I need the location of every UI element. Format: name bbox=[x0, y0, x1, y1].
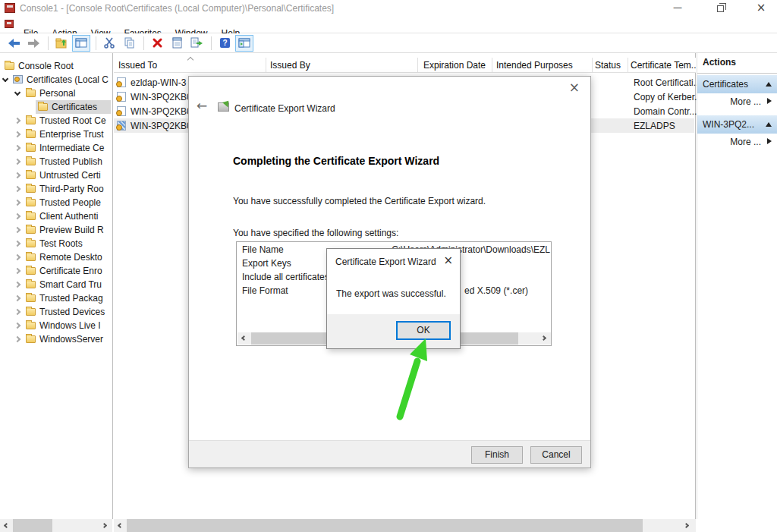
close-icon[interactable]: × bbox=[751, 1, 771, 13]
tree-item-certificates-selected[interactable]: Certificates bbox=[0, 100, 113, 114]
scroll-right-icon[interactable] bbox=[681, 519, 694, 532]
show-action-pane-icon[interactable] bbox=[235, 35, 253, 52]
chevron-right-icon[interactable] bbox=[14, 186, 20, 192]
chevron-right-icon[interactable] bbox=[14, 323, 20, 329]
chevron-right-icon[interactable] bbox=[14, 118, 20, 124]
tree-item[interactable]: Intermediate Ce bbox=[0, 141, 113, 155]
chevron-right-icon[interactable] bbox=[14, 336, 20, 342]
list-horizontal-scrollbar[interactable] bbox=[114, 519, 696, 532]
column-status[interactable]: Status bbox=[595, 60, 621, 71]
chevron-right-icon[interactable] bbox=[14, 200, 20, 206]
finish-button[interactable]: Finish bbox=[471, 446, 523, 464]
folder-icon bbox=[26, 199, 36, 206]
tree-item[interactable]: Trusted Packag bbox=[0, 291, 113, 305]
tree-item-personal[interactable]: Personal bbox=[0, 87, 113, 100]
tree-item-label: Trusted People bbox=[39, 197, 101, 208]
chevron-right-icon[interactable] bbox=[14, 227, 20, 233]
chevron-right-icon[interactable] bbox=[14, 268, 20, 274]
chevron-right-icon[interactable] bbox=[14, 172, 20, 178]
tree-item[interactable]: Trusted Publish bbox=[0, 155, 113, 168]
actions-group-win3pq2[interactable]: WIN-3PQ2... bbox=[697, 115, 777, 134]
chevron-right-icon[interactable] bbox=[14, 309, 20, 315]
column-certificate-template[interactable]: Certificate Tem... bbox=[631, 60, 699, 71]
tree-item[interactable]: Certificate Enro bbox=[0, 264, 113, 278]
tree-item[interactable]: Untrusted Certi bbox=[0, 168, 113, 182]
ok-button[interactable]: OK bbox=[396, 321, 451, 340]
tree-item-label: Preview Build R bbox=[39, 225, 104, 235]
chevron-right-icon[interactable] bbox=[14, 254, 20, 260]
chevron-right-icon[interactable] bbox=[14, 241, 20, 247]
scroll-left-icon[interactable] bbox=[238, 332, 250, 345]
folder-icon bbox=[26, 253, 36, 261]
template-cell: EZLADPS bbox=[634, 121, 675, 131]
chevron-down-icon[interactable] bbox=[2, 76, 8, 82]
scroll-right-icon[interactable] bbox=[539, 332, 551, 345]
chevron-right-icon[interactable] bbox=[14, 131, 20, 137]
column-intended-purposes[interactable]: Intended Purposes bbox=[496, 60, 573, 71]
scroll-left-icon[interactable] bbox=[114, 519, 127, 532]
back-arrow-icon[interactable]: ← bbox=[197, 98, 207, 113]
minimize-icon[interactable]: — bbox=[668, 2, 687, 14]
scrollbar-thumb[interactable] bbox=[13, 519, 52, 532]
column-expiration-date[interactable]: Expiration Date bbox=[423, 60, 486, 71]
actions-group-certificates[interactable]: Certificates bbox=[697, 75, 777, 93]
collapse-icon[interactable] bbox=[766, 122, 772, 127]
actions-group-label: Certificates bbox=[703, 79, 748, 90]
properties-icon[interactable] bbox=[168, 35, 186, 52]
tree-item[interactable]: Client Authenti bbox=[0, 209, 113, 223]
column-issued-to[interactable]: Issued To bbox=[118, 60, 157, 71]
collapse-icon[interactable] bbox=[766, 82, 772, 87]
close-icon[interactable]: × bbox=[443, 253, 453, 267]
tree-item[interactable]: Third-Party Roo bbox=[0, 182, 113, 196]
forward-icon[interactable] bbox=[24, 35, 42, 52]
tree-item-console-root[interactable]: Console Root bbox=[0, 59, 113, 73]
delete-icon[interactable] bbox=[148, 35, 166, 52]
cut-icon[interactable] bbox=[100, 35, 118, 52]
scroll-left-icon[interactable] bbox=[0, 519, 13, 532]
column-issued-by[interactable]: Issued By bbox=[270, 60, 310, 71]
up-one-level-icon[interactable] bbox=[52, 35, 71, 52]
tree-item-label: Trusted Root Ce bbox=[39, 115, 106, 126]
scrollbar-thumb[interactable] bbox=[127, 519, 643, 532]
certificate-store-icon bbox=[13, 75, 23, 83]
tree-item[interactable]: Test Roots bbox=[0, 237, 113, 250]
back-icon[interactable] bbox=[5, 35, 23, 52]
folder-icon bbox=[26, 185, 36, 193]
tree-item[interactable]: Trusted People bbox=[0, 196, 113, 209]
tree-item-label: Enterprise Trust bbox=[39, 129, 104, 140]
tree-item[interactable]: Windows Live I bbox=[0, 319, 113, 332]
cancel-button[interactable]: Cancel bbox=[530, 446, 582, 464]
chevron-down-icon[interactable] bbox=[14, 90, 20, 96]
tree-item-certificates-local[interactable]: Certificates (Local C bbox=[0, 73, 113, 87]
tree-item[interactable]: Trusted Devices bbox=[0, 305, 113, 319]
actions-more-win3pq2[interactable]: More ... bbox=[697, 134, 777, 151]
restore-icon[interactable] bbox=[710, 4, 730, 16]
help-icon[interactable]: ? bbox=[215, 35, 234, 52]
list-header: Issued To Issued By Expiration Date Inte… bbox=[114, 58, 696, 73]
show-console-tree-icon[interactable] bbox=[72, 35, 90, 52]
export-list-icon[interactable] bbox=[187, 35, 206, 52]
folder-icon bbox=[26, 281, 36, 288]
tree-item-label: Console Root bbox=[18, 61, 74, 71]
chevron-right-icon[interactable] bbox=[14, 282, 20, 288]
chevron-right-icon[interactable] bbox=[14, 159, 20, 165]
tree-horizontal-scrollbar[interactable] bbox=[0, 519, 112, 532]
tree-item[interactable]: Smart Card Tru bbox=[0, 278, 113, 291]
scroll-right-icon[interactable] bbox=[99, 519, 112, 532]
wizard-icon bbox=[218, 102, 229, 112]
chevron-right-icon[interactable] bbox=[14, 295, 20, 301]
chevron-right-icon[interactable] bbox=[14, 213, 20, 219]
tree-item[interactable]: Remote Deskto bbox=[0, 250, 113, 264]
tree-item[interactable]: Preview Build R bbox=[0, 223, 113, 237]
tree-item[interactable]: Trusted Root Ce bbox=[0, 114, 113, 127]
folder-icon bbox=[26, 267, 36, 275]
chevron-right-icon[interactable] bbox=[14, 145, 20, 151]
actions-more-certificates[interactable]: More ... bbox=[697, 93, 777, 111]
issued-to-cell: WIN-3PQ2KB0 bbox=[131, 106, 192, 117]
setting-name: File Format bbox=[242, 285, 288, 296]
tree-item[interactable]: WindowsServer bbox=[0, 332, 113, 346]
close-icon[interactable]: × bbox=[569, 80, 580, 95]
copy-icon[interactable] bbox=[120, 35, 138, 52]
tree-item[interactable]: Enterprise Trust bbox=[0, 127, 113, 141]
toolbar-separator bbox=[48, 36, 49, 50]
